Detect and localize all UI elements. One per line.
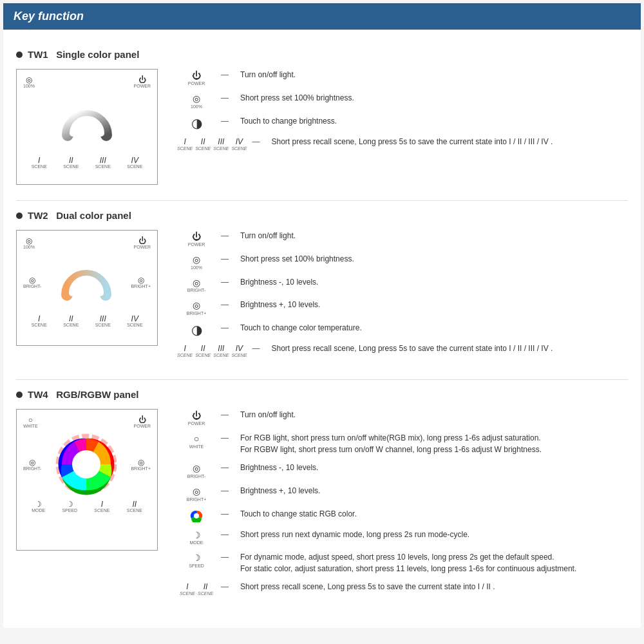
tw1-scene-desc: Short press recall scene, Long press 5s …: [272, 136, 629, 147]
tw1-power-desc: Turn on/off light.: [240, 69, 628, 80]
tw1-desc-list: ⏻ POWER — Turn on/off light. ◎ 100% — Sh…: [177, 69, 628, 157]
tw4-bright-plus-icon: ◎ BRIGHT+: [177, 485, 216, 502]
divider-1: [16, 200, 628, 201]
bright-plus-icon: ◎: [193, 486, 200, 497]
tw4-scene-desc: Short press recall scene, Long press 5s …: [240, 581, 628, 592]
tw1-knob-svg: [55, 93, 119, 151]
tw1-panel-top: ◎ 100% ⏻ POWER: [23, 76, 151, 88]
power-icon: ⏻: [192, 410, 201, 421]
tw2-desc-100: ◎ 100% — Short press set 100% brightness…: [177, 253, 628, 270]
tw4-desc-white: ○ WHITE — For RGB light, short press tur…: [177, 432, 628, 455]
section-title-tw4: TW4 RGB/RGBW panel: [16, 389, 628, 400]
tw4-bright-plus-desc: Brightness +, 10 levels.: [240, 485, 628, 497]
touch-color-icon: ◑: [191, 323, 202, 336]
dash: —: [221, 582, 235, 591]
tw1-knob: [23, 93, 151, 151]
tw4-bright-minus-btn: ◎ BRIGHT-: [23, 459, 41, 471]
tw2-scene-row: ISCENE IISCENE IIISCENE IVSCENE: [177, 344, 247, 357]
tw2-bright-plus-btn: ◎ BRIGHT+: [131, 276, 151, 289]
tw1-content: ◎ 100% ⏻ POWER: [16, 69, 628, 185]
tw2-knob-svg: [54, 253, 118, 311]
tw4-label: TW4 RGB/RGBW panel: [28, 389, 139, 400]
dash: —: [221, 433, 235, 442]
tw2-power-desc: Turn on/off light.: [240, 230, 628, 242]
tw4-desc-rgb: — Touch to change static RGB color.: [177, 508, 628, 522]
tw2-power-btn: ⏻ POWER: [134, 237, 151, 249]
tw1-100-btn: ◎ 100%: [23, 76, 35, 88]
dash: —: [221, 254, 235, 263]
dash: —: [221, 530, 235, 539]
rgb-wheel-icon: [190, 509, 203, 522]
section-title-tw1: TW1 Single color panel: [16, 49, 628, 60]
tw2-scene-iv: IV SCENE: [127, 315, 142, 327]
tw2-scene-desc: Short press recall scene, Long press 5s …: [272, 343, 629, 354]
tw2-panel: ◎ 100% ⏻ POWER ◎ BRIGHT-: [16, 230, 158, 346]
tw2-middle-row: ◎ BRIGHT-: [23, 253, 151, 311]
tw2-desc-bright-minus: ◎ BRIGHT- — Brightness -, 10 levels.: [177, 276, 628, 293]
tw4-desc-bright-plus: ◎ BRIGHT+ — Brightness +, 10 levels.: [177, 485, 628, 502]
tw4-white-desc: For RGB light, short press turn on/off w…: [240, 432, 628, 455]
dash: —: [221, 410, 235, 419]
tw4-white-icon: ○ WHITE: [177, 432, 216, 449]
tw2-content: ◎ 100% ⏻ POWER ◎ BRIGHT-: [16, 230, 628, 364]
tw2-bright-minus-icon: ◎ BRIGHT-: [177, 276, 216, 293]
tw4-panel: ○ WHITE ⏻ POWER ◎ BRIGHT-: [16, 409, 158, 551]
bright-plus-icon: ◎: [193, 300, 200, 311]
dash: —: [221, 323, 235, 332]
tw4-rgb-desc: Touch to change static RGB color.: [240, 508, 628, 520]
tw1-panel-bottom: I SCENE II SCENE III SCENE IV SCENE: [23, 156, 151, 169]
dash: —: [221, 486, 235, 495]
bright-minus-icon: ◎: [193, 463, 200, 474]
dash: —: [221, 278, 235, 287]
tw4-desc-list: ⏻ POWER — Turn on/off light. ○ WHITE — F…: [177, 409, 628, 602]
dash: —: [221, 93, 235, 102]
tw2-desc-bright-plus: ◎ BRIGHT+ — Brightness +, 10 levels.: [177, 299, 628, 316]
tw4-power-btn: ⏻ POWER: [134, 416, 151, 428]
section-tw2: TW2 Dual color panel ◎ 100% ⏻ POWER: [3, 204, 641, 377]
tw1-scene-icon-area: ISCENE IISCENE IIISCENE IVSCENE: [177, 136, 247, 151]
tw1-power-btn: ⏻ POWER: [134, 76, 151, 88]
tw1-desc-scene: ISCENE IISCENE IIISCENE IVSCENE — Short …: [177, 136, 628, 151]
tw4-desc-bright-minus: ◎ BRIGHT- — Brightness -, 10 levels.: [177, 462, 628, 478]
tw4-mode-desc: Short press run next dynamic mode, long …: [240, 529, 628, 540]
tw4-scene-row: ISCENE IISCENE: [180, 582, 213, 596]
tw4-scene-ii: II SCENE: [127, 500, 142, 513]
tw4-power-icon: ⏻ POWER: [177, 409, 216, 426]
tw1-scene-iv: IV SCENE: [127, 156, 142, 169]
tw2-scene-i: I SCENE: [32, 315, 47, 327]
tw2-100-desc: Short press set 100% brightness.: [240, 253, 628, 265]
tw1-touch-icon-area: ◑: [177, 115, 216, 129]
dash: —: [221, 117, 235, 126]
header: Key function: [3, 3, 641, 30]
tw4-white-btn: ○ WHITE: [23, 416, 38, 428]
tw1-scene-iii: III SCENE: [95, 156, 111, 169]
dash: —: [221, 553, 235, 562]
tw2-bright-minus-btn: ◎ BRIGHT-: [23, 276, 41, 289]
section-tw4: TW4 RGB/RGBW panel ○ WHITE ⏻ POWER: [3, 383, 641, 615]
tw2-touch-icon: ◑: [177, 322, 216, 336]
tw1-touch-desc: Touch to change brightness.: [240, 115, 628, 127]
power-icon: ⏻: [192, 70, 201, 81]
tw2-desc-list: ⏻ POWER — Turn on/off light. ◎ 100% — Sh…: [177, 230, 628, 364]
tw4-speed-icon: ☽ SPEED: [177, 551, 216, 568]
touch-icon: ◑: [191, 117, 202, 129]
tw2-scene-ii: II SCENE: [63, 315, 79, 327]
tw2-touch-desc: Touch to change color temperature.: [240, 322, 628, 334]
tw1-scene-row: ISCENE IISCENE IIISCENE IVSCENE: [177, 137, 247, 151]
dash: —: [221, 70, 235, 79]
bright-minus-icon: ◎: [193, 278, 200, 289]
tw4-bright-minus-icon: ◎ BRIGHT-: [177, 462, 216, 478]
tw2-label: TW2 Dual color panel: [28, 210, 131, 221]
tw4-mode-icon: ☽ MODE: [177, 529, 216, 545]
page-title: Key function: [14, 10, 84, 23]
tw4-content: ○ WHITE ⏻ POWER ◎ BRIGHT-: [16, 409, 628, 602]
tw4-mode-btn: ☽ MODE: [32, 500, 45, 513]
mode-icon: ☽: [193, 530, 201, 541]
tw2-desc-power: ⏻ POWER — Turn on/off light.: [177, 230, 628, 247]
tw4-power-desc: Turn on/off light.: [240, 409, 628, 421]
page: Key function TW1 Single color panel ◎ 10…: [3, 3, 641, 628]
tw4-middle-row: ◎ BRIGHT-: [23, 432, 151, 497]
tw4-rgb-icon: [177, 508, 216, 522]
bullet-tw1: [16, 52, 23, 58]
divider-2: [16, 379, 628, 380]
